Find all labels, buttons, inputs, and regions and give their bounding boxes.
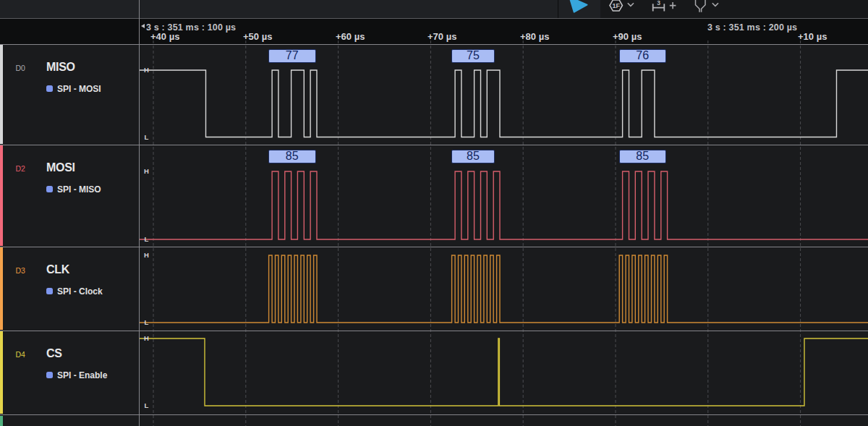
svg-text:1F: 1F: [612, 2, 620, 9]
svg-text:3: 3: [657, 0, 660, 7]
